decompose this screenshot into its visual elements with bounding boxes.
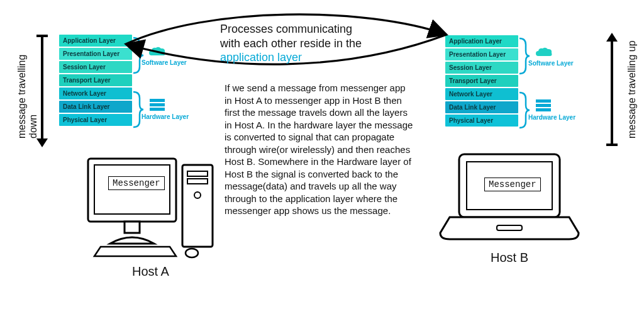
headline-line2: with each other reside in the bbox=[220, 37, 362, 50]
explanation-text: If we send a message from messenger app … bbox=[225, 82, 413, 217]
svg-rect-15 bbox=[182, 165, 213, 247]
osi-layer: Network Layer bbox=[59, 87, 132, 99]
svg-rect-6 bbox=[150, 99, 165, 102]
osi-layer: Transport Layer bbox=[59, 74, 132, 86]
headline-line1: Processes communicating bbox=[220, 23, 352, 35]
osi-layer: Transport Layer bbox=[445, 75, 518, 87]
hardware-anno-right: Hardware Layer bbox=[528, 114, 575, 121]
desktop-computer-icon bbox=[75, 146, 220, 259]
brace-software-right-icon bbox=[518, 37, 531, 75]
headline-accent: application layer bbox=[220, 51, 302, 64]
osi-layer: Network Layer bbox=[445, 88, 518, 100]
cloud-icon bbox=[535, 47, 553, 59]
laptop-icon bbox=[434, 145, 585, 245]
osi-layer: Physical Layer bbox=[59, 114, 132, 126]
server-icon bbox=[536, 99, 551, 112]
arrow-down-icon bbox=[36, 33, 48, 146]
arrow-up-icon bbox=[606, 33, 618, 146]
right-travel-label: message travelling up bbox=[626, 38, 638, 138]
svg-rect-7 bbox=[150, 103, 165, 106]
brace-hardware-right-icon bbox=[518, 91, 531, 129]
server-icon bbox=[150, 99, 165, 111]
left-travel-label: message travelling down bbox=[16, 38, 39, 138]
hardware-anno-left: Hardware Layer bbox=[142, 113, 189, 120]
svg-point-19 bbox=[186, 249, 198, 257]
svg-rect-11 bbox=[536, 108, 551, 111]
headline-text: Processes communicating with each other … bbox=[220, 22, 421, 65]
svg-rect-8 bbox=[150, 108, 165, 111]
app-label-host-a: Messenger bbox=[108, 176, 165, 190]
svg-marker-4 bbox=[606, 33, 618, 42]
host-b-label: Host B bbox=[491, 251, 528, 265]
svg-rect-10 bbox=[536, 104, 551, 107]
svg-rect-14 bbox=[125, 222, 140, 233]
svg-marker-1 bbox=[36, 138, 48, 147]
osi-layer: Data Link Layer bbox=[445, 101, 518, 113]
software-anno-right: Software Layer bbox=[528, 60, 574, 67]
osi-layer: Physical Layer bbox=[445, 115, 518, 127]
brace-hardware-left-icon bbox=[132, 91, 145, 128]
svg-rect-9 bbox=[536, 99, 551, 103]
app-label-host-b: Messenger bbox=[484, 178, 541, 191]
osi-layer: Data Link Layer bbox=[59, 101, 132, 113]
diagram-canvas: message travelling down message travelli… bbox=[0, 0, 644, 316]
host-a-label: Host A bbox=[132, 264, 169, 279]
